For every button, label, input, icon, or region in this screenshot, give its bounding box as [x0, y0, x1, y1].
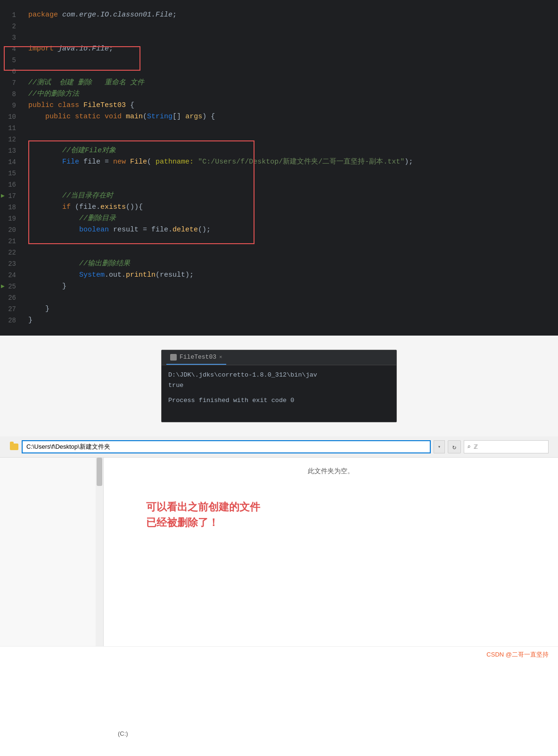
code-line-17: 17 //当目录存在时 ▶ [0, 190, 558, 202]
console-body: D:\JDK\.jdks\corretto-1.8.0_312\bin\jav … [162, 365, 396, 422]
console-output-true: true [168, 380, 390, 391]
code-line-4: 4 import java.io.File; [0, 43, 558, 55]
console-tab-icon [170, 354, 177, 361]
code-line-19: 19 //删除目录 [0, 213, 558, 224]
code-line-25: 25 } ▶ [0, 281, 558, 292]
console-path-line: D:\JDK\.jdks\corretto-1.8.0_312\bin\jav [168, 370, 390, 380]
code-line-23: 23 //输出删除结果 [0, 258, 558, 270]
code-line-14: 14 File file = new File( pathname: "C:/U… [0, 156, 558, 168]
code-line-12: 12 [0, 134, 558, 145]
code-line-13: 13 //创建File对象 [0, 145, 558, 156]
gutter-arrow-25: ▶ [1, 281, 5, 292]
folder-main-area: 此文件夹为空。 可以看出之前创建的文件 已经被删除了！ (C:) [104, 458, 558, 646]
code-line-6: 6 [0, 66, 558, 77]
code-line-26: 26 [0, 292, 558, 304]
code-line-2: 2 [0, 21, 558, 32]
scrollbar-thumb[interactable] [97, 458, 102, 486]
code-editor: 1 package com.erge.IO.classon01.File; 2 … [0, 0, 558, 336]
code-line-15: 15 [0, 168, 558, 179]
code-line-8: 8 //中的删除方法 [0, 89, 558, 100]
refresh-button[interactable]: ↻ [448, 440, 461, 453]
code-line-18: 18 if (file.exists()){ [0, 202, 558, 213]
code-line-7: 7 //测试 创建 删除 重命名 文件 [0, 77, 558, 89]
annotation-line2: 已经被删除了！ [146, 515, 260, 530]
console-tab-filetest03[interactable]: FileTest03 × [166, 350, 226, 365]
console-blank-line [168, 391, 390, 395]
annotation-text: 可以看出之前创建的文件 已经被删除了！ [146, 499, 260, 530]
folder-left-nav [0, 458, 104, 646]
console-exit-message: Process finished with exit code 0 [168, 395, 390, 406]
search-input[interactable] [474, 444, 545, 450]
search-box: ⌕ [464, 440, 549, 453]
annotation-line1: 可以看出之前创建的文件 [146, 499, 260, 515]
code-line-27: 27 } [0, 304, 558, 315]
vertical-scrollbar[interactable] [96, 458, 103, 646]
code-line-11: 11 [0, 123, 558, 134]
code-line-9: 9 public class FileTest03 { [0, 100, 558, 111]
console-wrapper: FileTest03 × D:\JDK\.jdks\corretto-1.8.0… [0, 336, 558, 436]
code-line-16: 16 [0, 179, 558, 190]
empty-folder-label: 此文件夹为空。 [118, 467, 544, 476]
code-line-5: 5 [0, 55, 558, 66]
console-panel: FileTest03 × D:\JDK\.jdks\corretto-1.8.0… [161, 350, 397, 422]
code-line-28: 28 } [0, 315, 558, 326]
address-bar-input[interactable] [22, 440, 431, 453]
code-line-24: 24 System.out.println(result); [0, 270, 558, 281]
gutter-arrow-17: ▶ [1, 191, 5, 201]
watermark-text: CSDN @二哥一直坚持 [486, 651, 549, 658]
code-line-10: 10 public static void main(String[] args… [0, 111, 558, 123]
folder-content: 此文件夹为空。 可以看出之前创建的文件 已经被删除了！ (C:) [0, 458, 558, 646]
search-icon: ⌕ [467, 443, 471, 451]
folder-icon-small [10, 444, 18, 450]
code-line-20: 20 boolean result = file.delete(); [0, 224, 558, 236]
folder-icon [9, 442, 19, 452]
address-dropdown-button[interactable]: ▾ [434, 440, 445, 453]
code-line-21: 21 [0, 236, 558, 247]
file-explorer: ▾ ↻ ⌕ 此文件夹为空。 可以看出之前创建的文件 已经被删除了！ (C:) [0, 436, 558, 646]
code-line-3: 3 [0, 32, 558, 43]
console-tab-label: FileTest03 [180, 353, 216, 361]
code-line-1: 1 package com.erge.IO.classon01.File; [0, 9, 558, 21]
console-tab-bar: FileTest03 × [162, 350, 396, 365]
footer-watermark: CSDN @二哥一直坚持 [0, 646, 558, 663]
console-tab-close[interactable]: × [219, 354, 222, 360]
code-line-22: 22 [0, 247, 558, 258]
address-bar: ▾ ↻ ⌕ [0, 436, 558, 458]
